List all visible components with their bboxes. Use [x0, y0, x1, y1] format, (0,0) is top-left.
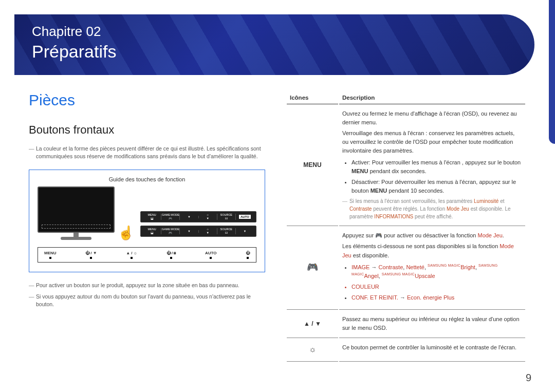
icon-gamepad: 🎮	[287, 227, 338, 309]
diagram-caption: Guide des touches de fonction	[38, 176, 256, 182]
table-row-menu: MENU Ouvrez ou fermez le menu d'affichag…	[287, 105, 525, 226]
note-activate-button: Pour activer un bouton sur le produit, a…	[29, 282, 265, 289]
icons-table: Icônes Description MENU Ouvrez ou fermez…	[286, 91, 526, 363]
th-description: Description	[339, 92, 525, 104]
hand-icon: ☝	[118, 225, 134, 241]
chapter-banner: Chapitre 02 Préparatifs	[14, 14, 534, 75]
osd-strip-2: MENU⬓ GAME MODE🎮 ▼ ☼▼ SOURCE⊟ ▼	[140, 226, 256, 237]
btn-label-1: ⏻ / ▼	[85, 251, 97, 255]
table-row-game: 🎮 Appuyez sur 🎮 pour activer ou désactiv…	[287, 227, 525, 309]
osd-auto-label: AUTO	[239, 215, 251, 219]
note-specs: La couleur et la forme des pièces peuven…	[29, 145, 265, 160]
table-row-updown: ▲ / ▼ Passez au menu supérieur ou inféri…	[287, 311, 525, 338]
icon-up-down: ▲ / ▼	[287, 311, 338, 338]
monitor-diagram: Guide des touches de fonction ☝ MENU⬓ GA…	[29, 170, 265, 272]
button-labels-row: MENU ⏻ / ▼ ▲ / ☼ ⏻ / ⊟ AUTO ⏻	[38, 247, 256, 263]
menu-desc-b1: Activer: Pour verrouiller les menus à l'…	[351, 158, 522, 176]
page-number: 9	[526, 372, 531, 384]
btn-label-2: ▲ / ☼	[126, 251, 137, 255]
btn-label-power: ⏻	[246, 251, 250, 255]
game-desc-p1: Appuyez sur 🎮 pour activer ou désactiver…	[342, 231, 522, 240]
table-row-brightness: ☼ Ce bouton permet de contrôler la lumin…	[287, 339, 525, 362]
icon-brightness: ☼	[287, 339, 338, 362]
osd-strips: MENU⬓ GAME MODE🎮 ▼ ☼▼ SOURCE⊟ AUTO MENU⬓…	[140, 211, 256, 240]
gamepad-icon: 🎮	[307, 262, 318, 272]
btn-label-auto: AUTO	[205, 251, 217, 255]
menu-desc-p1: Ouvrez ou fermez le menu d'affichage à l…	[342, 109, 522, 127]
subsection-heading: Boutons frontaux	[29, 123, 265, 137]
menu-footnote: Si les menus à l'écran sont verrouillés,…	[342, 197, 522, 220]
game-desc-p2: Les éléments ci-dessous ne sont pas disp…	[342, 242, 522, 259]
game-li-color: COULEUR	[351, 283, 522, 291]
icon-menu: MENU	[287, 105, 338, 226]
chapter-title: Préparatifs	[32, 42, 517, 62]
menu-desc-b2: Désactiver: Pour déverrouiller les menus…	[351, 178, 522, 195]
osd-strip-1: MENU⬓ GAME MODE🎮 ▼ ☼▼ SOURCE⊟ AUTO	[140, 211, 256, 222]
btn-label-3: ⏻ / ⊟	[166, 251, 176, 255]
chapter-number: Chapitre 02	[32, 24, 517, 40]
note-press-around: Si vous appuyez autour du nom du bouton …	[29, 293, 265, 308]
btn-label-menu: MENU	[44, 251, 57, 255]
menu-desc-p2: Verrouillage des menus à l'écran : conse…	[342, 129, 522, 155]
game-li-image: IMAGE → Contraste, Netteté, SAMSUNG MAGI…	[351, 263, 522, 281]
th-icons: Icônes	[287, 92, 338, 104]
page-content: Pièces Boutons frontaux La couleur et la…	[29, 91, 526, 377]
desc-game: Appuyez sur 🎮 pour activer ou désactiver…	[339, 227, 525, 309]
monitor-illustration	[38, 186, 115, 240]
desc-brightness: Ce bouton permet de contrôler la luminos…	[339, 339, 525, 362]
side-stripe	[549, 0, 555, 144]
right-column: Icônes Description MENU Ouvrez ou fermez…	[286, 91, 526, 377]
desc-updown: Passez au menu supérieur ou inférieur ou…	[339, 311, 525, 338]
section-heading: Pièces	[29, 91, 265, 109]
left-column: Pièces Boutons frontaux La couleur et la…	[29, 91, 265, 377]
desc-menu: Ouvrez ou fermez le menu d'affichage à l…	[339, 105, 525, 226]
game-li-conf: CONF. ET REINIT. → Econ. énergie Plus	[351, 293, 522, 302]
